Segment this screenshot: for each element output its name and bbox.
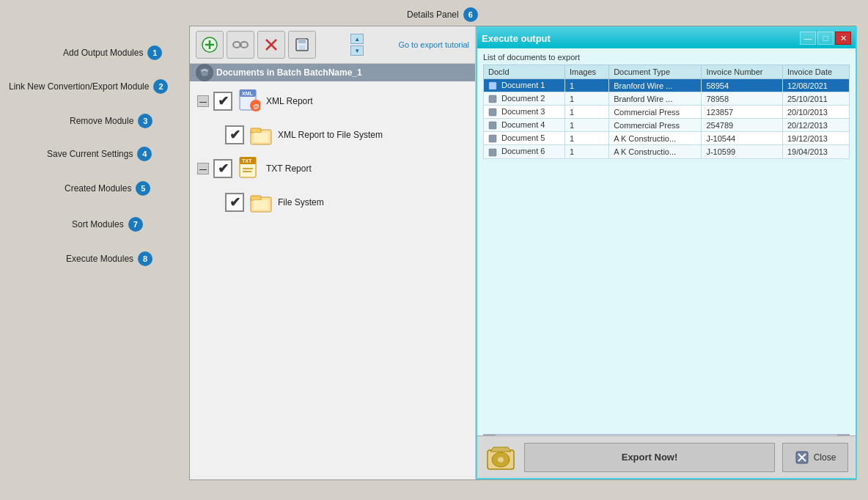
close-icon (795, 450, 809, 465)
svg-rect-32 (489, 135, 496, 142)
details-panel-text: Details Panel (407, 10, 459, 20)
save-settings-button[interactable] (288, 31, 316, 59)
svg-rect-10 (299, 45, 305, 50)
cell-docid: Document 1 (484, 79, 565, 92)
batch-name: Documents in Batch BatchName_1 (216, 67, 362, 78)
move-up-button[interactable]: ▲ (350, 34, 364, 44)
filesystem-label: File System (278, 197, 324, 207)
details-panel-badge: 6 (463, 7, 478, 22)
cell-invoice-number: 123857 (702, 106, 783, 119)
cell-invoice-date: 20/10/2013 (782, 106, 849, 119)
annotations-panel: Add Output Modules 1 Link New Convertion… (0, 29, 191, 500)
export-icon-container (485, 441, 517, 474)
svg-rect-18 (251, 128, 261, 133)
documents-table: DocId Images Document Type Invoice Numbe… (483, 65, 850, 159)
cell-invoice-date: 25/10/2011 (782, 92, 849, 106)
cell-invoice-date: 20/12/2013 (782, 119, 849, 132)
table-row[interactable]: Document 3 1 Commercial Press 123857 20/… (484, 106, 850, 119)
annotation-3: Remove Module 3 (70, 114, 152, 128)
svg-rect-19 (254, 133, 268, 142)
bottom-bar: Export Now! Close (477, 435, 856, 478)
xml-filesystem-icon (249, 122, 273, 147)
reorder-buttons: ▲ ▼ (350, 34, 364, 56)
table-row[interactable]: Document 6 1 A K Constructio... J-10599 … (484, 145, 850, 158)
col-doctype: Document Type (609, 65, 702, 79)
cell-docid: Document 6 (484, 145, 565, 158)
annotation-1: Add Output Modules 1 (63, 45, 162, 60)
cell-images: 1 (564, 92, 608, 106)
table-row[interactable]: Document 2 1 Branford Wire ... 78958 25/… (484, 92, 850, 106)
checkbox-txt-report[interactable]: ✔ (213, 159, 232, 178)
cell-invoice-date: 19/12/2013 (782, 132, 849, 145)
close-button[interactable]: Close (782, 443, 848, 472)
cell-invoice-date: 12/08/2021 (782, 79, 849, 92)
svg-rect-30 (489, 109, 496, 116)
cell-invoice-number: 254789 (702, 119, 783, 132)
minimize-button[interactable]: — (800, 32, 816, 45)
xml-report-label: XML Report (266, 96, 313, 106)
window-title: Execute output (482, 33, 551, 44)
cell-images: 1 (564, 132, 608, 145)
collapse-xml-report[interactable]: — (197, 95, 209, 107)
cell-invoice-number: 78958 (702, 92, 783, 106)
batch-header: Documents in Batch BatchName_1 (190, 64, 475, 81)
col-images: Images (564, 65, 608, 79)
table-row[interactable]: Document 1 1 Branford Wire ... 58954 12/… (484, 79, 850, 92)
cell-images: 1 (564, 145, 608, 158)
cell-docid: Document 4 (484, 119, 565, 132)
details-panel-label-area: Details Panel 6 (407, 7, 478, 22)
module-xml-filesystem: ✔ XML Report to File System (196, 121, 469, 149)
annotation-7: Sort Modules 7 (72, 217, 143, 232)
module-txt-report: — ✔ TXT TXT Report (196, 155, 469, 183)
checkbox-xml-filesystem[interactable]: ✔ (225, 125, 244, 144)
cell-docid: Document 3 (484, 106, 565, 119)
cell-invoice-date: 19/04/2013 (782, 145, 849, 158)
txt-report-label: TXT Report (266, 163, 312, 174)
remove-module-button[interactable] (257, 31, 285, 59)
svg-point-36 (498, 457, 504, 462)
left-panel: ▲ ▼ Go to export tutorial Documents in B… (190, 26, 476, 479)
svg-rect-9 (298, 39, 306, 43)
link-module-button[interactable] (227, 31, 254, 59)
table-row[interactable]: Document 5 1 A K Constructio... J-10544 … (484, 132, 850, 145)
cell-invoice-number: 58954 (702, 79, 783, 92)
svg-rect-27 (254, 200, 268, 210)
title-bar: Execute output — □ ✕ (477, 28, 856, 48)
export-tutorial-link[interactable]: Go to export tutorial (398, 40, 469, 49)
right-panel: Execute output — □ ✕ List of documents t… (476, 26, 857, 479)
svg-text:XML: XML (242, 91, 254, 96)
svg-text:@: @ (253, 103, 260, 110)
add-module-button[interactable] (196, 31, 224, 59)
annotation-2: Link New Convertion/Export Module 2 (9, 79, 168, 94)
col-invoice-date: Invoice Date (782, 65, 849, 79)
main-window: ▲ ▼ Go to export tutorial Documents in B… (189, 26, 856, 480)
annotation-8: Execute Modules 8 (66, 251, 152, 266)
svg-rect-31 (489, 122, 496, 129)
svg-rect-26 (251, 196, 261, 200)
maximize-button[interactable]: □ (817, 32, 834, 45)
close-window-button[interactable]: ✕ (835, 32, 851, 45)
cell-invoice-number: J-10544 (702, 132, 783, 145)
svg-text:TXT: TXT (242, 158, 252, 163)
svg-rect-28 (489, 82, 496, 89)
cell-images: 1 (564, 79, 608, 92)
checkbox-xml-report[interactable]: ✔ (213, 92, 232, 111)
svg-rect-29 (489, 95, 496, 103)
export-now-button[interactable]: Export Now! (524, 443, 775, 472)
checkbox-filesystem[interactable]: ✔ (225, 193, 244, 212)
svg-rect-33 (489, 149, 496, 156)
cell-images: 1 (564, 119, 608, 132)
col-invoice-number: Invoice Number (702, 65, 783, 79)
xml-filesystem-label: XML Report to File System (278, 130, 383, 140)
table-row[interactable]: Document 4 1 Commercial Press 254789 20/… (484, 119, 850, 132)
module-list: — ✔ XML @ XML Report (190, 81, 475, 228)
collapse-txt-report[interactable]: — (197, 163, 209, 174)
batch-icon (194, 62, 215, 83)
close-btn-label: Close (814, 452, 836, 463)
cell-doctype: Commercial Press (609, 119, 702, 132)
annotation-4: Save Current Settings 4 (47, 147, 152, 161)
cell-doctype: Commercial Press (609, 106, 702, 119)
window-controls: — □ ✕ (800, 32, 851, 45)
table-label: List of documents to export (483, 53, 850, 62)
move-down-button[interactable]: ▼ (350, 45, 364, 56)
